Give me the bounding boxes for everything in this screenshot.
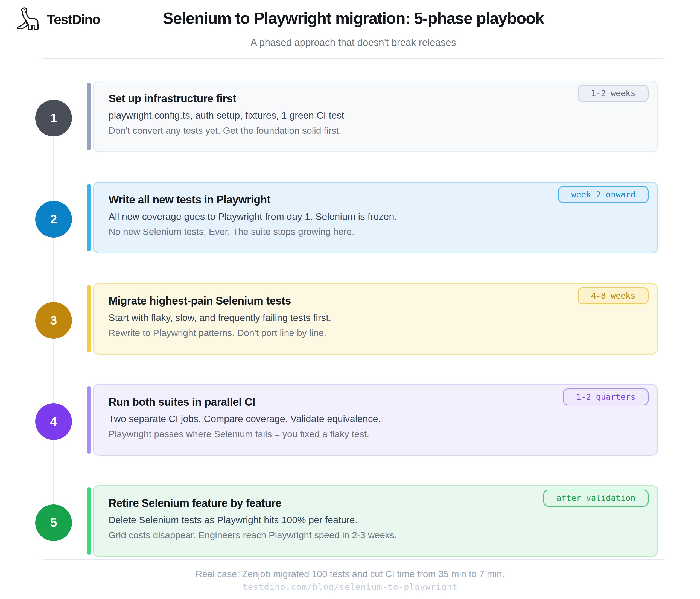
phase-number: 4 <box>50 415 57 429</box>
phase-row: 3 4-8 weeks Migrate highest-pain Seleniu… <box>0 283 700 355</box>
phase-card: week 2 onward Write all new tests in Pla… <box>93 182 658 253</box>
page-title: Selenium to Playwright migration: 5-phas… <box>43 9 664 28</box>
phase-row: 2 week 2 onward Write all new tests in P… <box>0 182 700 253</box>
phase-accent-bar <box>87 184 91 251</box>
phase-row: 1 1-2 weeks Set up infrastructure first … <box>0 81 700 152</box>
phase-card: 1-2 quarters Run both suites in parallel… <box>93 384 658 456</box>
phase-duration-badge: week 2 onward <box>558 186 649 203</box>
phase-number-badge: 2 <box>35 201 72 238</box>
header-divider <box>43 58 664 58</box>
phase-duration-badge: 1-2 weeks <box>578 85 649 102</box>
testdino-dinosaur-icon <box>15 7 42 32</box>
phase-description: playwright.config.ts, auth setup, fixtur… <box>108 110 646 120</box>
phase-row: 5 after validation Retire Selenium featu… <box>0 485 700 557</box>
phase-number-badge: 3 <box>35 302 72 339</box>
phase-description: All new coverage goes to Playwright from… <box>108 211 646 221</box>
phase-card: after validation Retire Selenium feature… <box>93 485 658 557</box>
phase-description: Two separate CI jobs. Compare coverage. … <box>108 414 646 423</box>
case-study-note: Real case: Zenjob migrated 100 tests and… <box>0 569 700 579</box>
phase-description: Start with flaky, slow, and frequently f… <box>108 313 646 322</box>
phase-description: Delete Selenium tests as Playwright hits… <box>108 515 646 525</box>
phase-row: 4 1-2 quarters Run both suites in parall… <box>0 384 700 456</box>
phase-duration-badge: 4-8 weeks <box>578 287 649 304</box>
phase-duration-badge: after validation <box>543 490 649 506</box>
footer-divider <box>43 559 664 560</box>
phase-number-badge: 5 <box>35 504 72 541</box>
phase-number: 1 <box>50 111 57 125</box>
phase-accent-bar <box>87 386 91 453</box>
phase-note: Don't convert any tests yet. Get the fou… <box>108 126 646 135</box>
phase-number: 5 <box>50 516 57 530</box>
phase-note: Grid costs disappear. Engineers reach Pl… <box>108 530 646 540</box>
phase-number: 2 <box>50 212 57 226</box>
phase-number-badge: 4 <box>35 403 72 440</box>
phase-card: 4-8 weeks Migrate highest-pain Selenium … <box>93 283 658 355</box>
phase-note: Playwright passes where Selenium fails =… <box>108 429 646 439</box>
phase-number: 3 <box>50 313 57 327</box>
phase-note: Rewrite to Playwright patterns. Don't po… <box>108 328 646 338</box>
phase-accent-bar <box>87 488 91 555</box>
phase-duration-badge: 1-2 quarters <box>563 389 649 405</box>
infographic-root: TestDino Selenium to Playwright migratio… <box>0 0 700 599</box>
phase-note: No new Selenium tests. Ever. The suite s… <box>108 227 646 236</box>
source-url: testdino.com/blog/selenium-to-playwright <box>0 582 700 592</box>
phase-number-badge: 1 <box>35 100 72 136</box>
phase-card: 1-2 weeks Set up infrastructure first pl… <box>93 81 658 152</box>
phase-title: Migrate highest-pain Selenium tests <box>108 295 646 306</box>
page-subtitle: A phased approach that doesn't break rel… <box>43 37 664 48</box>
phase-accent-bar <box>87 285 91 352</box>
phase-accent-bar <box>87 83 91 150</box>
phase-title: Set up infrastructure first <box>108 93 646 104</box>
